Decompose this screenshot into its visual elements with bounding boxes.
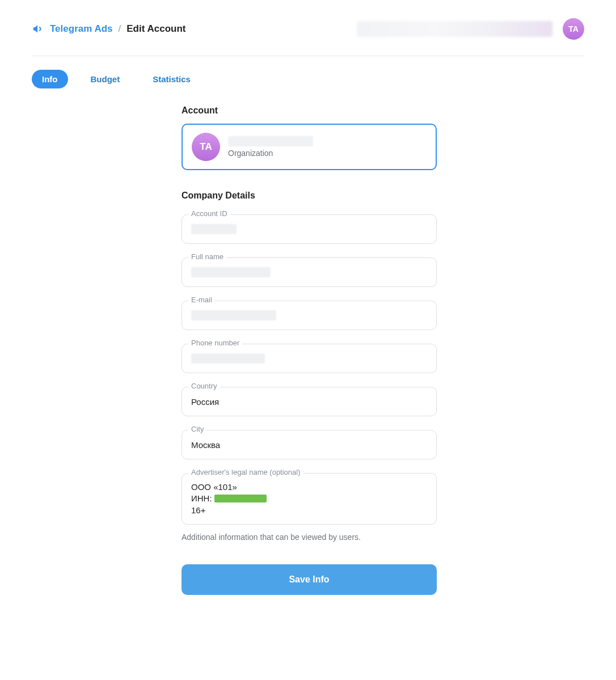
- account-avatar: TA: [192, 133, 220, 161]
- phone-redacted: [191, 353, 265, 364]
- form-column: Account TA Organization Company Details …: [182, 105, 437, 595]
- country-input[interactable]: Россия: [182, 387, 437, 416]
- tab-statistics[interactable]: Statistics: [142, 70, 201, 88]
- field-account-id: Account ID: [182, 214, 437, 244]
- phone-input[interactable]: [182, 344, 437, 373]
- account-type-label: Organization: [228, 149, 313, 158]
- phone-label: Phone number: [188, 339, 242, 347]
- legal-line-1: ООО «101»: [191, 482, 427, 493]
- account-section-title: Account: [182, 105, 437, 116]
- account-id-input[interactable]: [182, 214, 437, 244]
- city-label: City: [188, 425, 206, 433]
- legal-inn-redacted: [214, 495, 267, 502]
- field-legal-name: Advertiser's legal name (optional) ООО «…: [182, 473, 437, 525]
- save-info-button[interactable]: Save Info: [182, 564, 437, 595]
- full-name-label: Full name: [188, 252, 226, 261]
- field-country: Country Россия: [182, 387, 437, 416]
- email-input[interactable]: [182, 301, 437, 330]
- account-id-label: Account ID: [188, 209, 230, 218]
- company-section-title: Company Details: [182, 191, 437, 201]
- breadcrumb-separator: /: [119, 23, 121, 35]
- full-name-redacted: [191, 267, 271, 277]
- breadcrumb-root[interactable]: Telegram Ads: [50, 23, 113, 35]
- tabs: Info Budget Statistics: [32, 56, 584, 105]
- field-city: City Москва: [182, 430, 437, 459]
- header: Telegram Ads / Edit Account TA: [32, 18, 584, 56]
- account-id-redacted: [191, 224, 237, 234]
- full-name-input[interactable]: [182, 257, 437, 287]
- tab-budget[interactable]: Budget: [81, 70, 130, 88]
- city-value: Москва: [191, 440, 220, 450]
- city-input[interactable]: Москва: [182, 430, 437, 459]
- account-card[interactable]: TA Organization: [182, 124, 437, 170]
- account-name-redacted: [228, 136, 313, 146]
- field-phone: Phone number: [182, 344, 437, 373]
- breadcrumb-current: Edit Account: [126, 23, 185, 35]
- country-value: Россия: [191, 397, 219, 407]
- email-redacted: [191, 310, 276, 320]
- user-avatar[interactable]: TA: [563, 18, 584, 40]
- legal-inn-prefix: ИНН:: [191, 493, 212, 504]
- breadcrumb: Telegram Ads / Edit Account: [32, 23, 185, 35]
- legal-name-label: Advertiser's legal name (optional): [188, 468, 303, 476]
- email-label: E-mail: [188, 295, 215, 304]
- field-full-name: Full name: [182, 257, 437, 287]
- field-email: E-mail: [182, 301, 437, 330]
- legal-help-text: Additional information that can be viewe…: [182, 533, 437, 542]
- legal-name-input[interactable]: ООО «101» ИНН: 16+: [182, 473, 437, 525]
- megaphone-icon: [32, 23, 44, 35]
- country-label: Country: [188, 382, 220, 390]
- header-right: TA: [357, 18, 584, 40]
- legal-line-2: ИНН:: [191, 493, 267, 504]
- legal-line-3: 16+: [191, 505, 427, 516]
- header-account-redacted: [357, 21, 552, 37]
- account-info: Organization: [228, 136, 313, 158]
- tab-info[interactable]: Info: [32, 70, 68, 88]
